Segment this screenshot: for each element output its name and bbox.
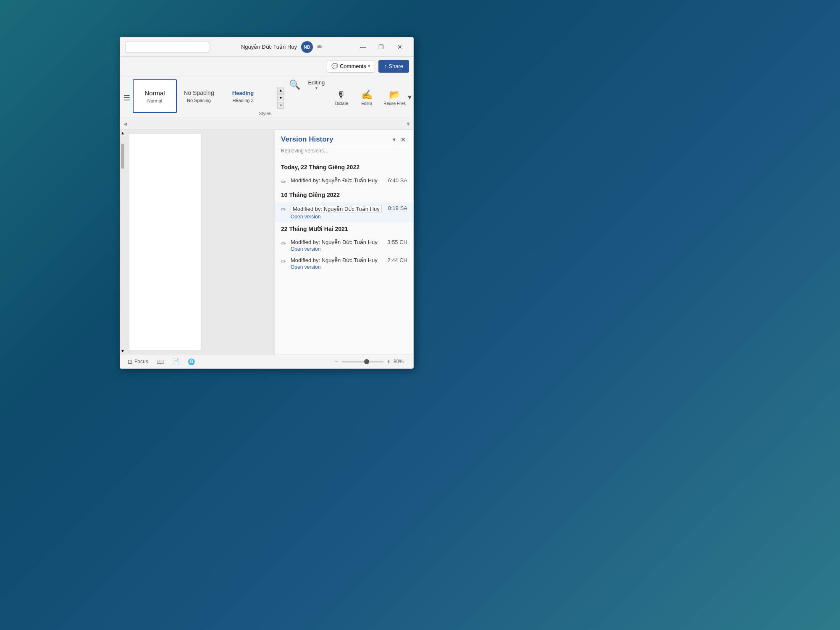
styles-left: ☰ <box>123 78 133 118</box>
version-header: Version History ▾ ✕ <box>275 130 413 146</box>
styles-section-label: Styles <box>259 111 271 116</box>
indent-icon[interactable]: ☰ <box>123 93 130 102</box>
dictate-label: Dictate <box>335 101 348 106</box>
version-modified-3: Modified by: Nguyễn Đức Tuấn Huy <box>291 239 378 245</box>
vertical-scrollbar[interactable]: ▲ ▼ <box>120 130 125 354</box>
version-time-3: 3:55 CH <box>387 239 407 245</box>
style-normal-preview: Normal <box>144 89 165 97</box>
doc-body: ▲ ▼ Version History ▾ ✕ Retrieving versi… <box>120 130 413 354</box>
version-loading-text: Retrieving versions... <box>275 146 413 157</box>
styles-expand[interactable]: ≡ <box>277 102 284 109</box>
close-button[interactable]: ✕ <box>391 41 408 53</box>
version-modified-2: Modified by: Nguyễn Đức Tuấn Huy <box>291 205 382 213</box>
version-entry-4: ✏ Modified by: Nguyễn Đức Tuấn Huy 2:44 … <box>275 255 413 273</box>
ruler-right-indicator[interactable]: ▾ <box>407 120 410 128</box>
version-edit-icon-3: ✏ <box>281 240 286 247</box>
editor-icon: ✍ <box>361 89 373 100</box>
print-layout-icon: 📄 <box>172 358 179 365</box>
status-bar: ⊡ Focus 📖 📄 🌐 − + 80% <box>120 354 413 368</box>
style-heading[interactable]: Heading Heading 3 <box>221 79 265 113</box>
version-entry-info-1: Modified by: Nguyễn Đức Tuấn Huy 6:40 SA <box>291 177 407 184</box>
version-date-3: 22 Tháng Mười Hai 2021 <box>281 226 407 232</box>
search-tool[interactable]: 🔍 <box>286 78 304 118</box>
version-time-2: 8:19 SA <box>388 205 407 211</box>
version-history-panel: Version History ▾ ✕ Retrieving versions.… <box>275 130 413 354</box>
style-normal[interactable]: Normal Normal <box>133 79 177 113</box>
version-history-title: Version History <box>281 135 333 144</box>
version-dropdown-button[interactable]: ▾ <box>393 136 396 143</box>
comments-button[interactable]: 💬 Comments ▾ <box>327 60 375 73</box>
version-close-button[interactable]: ✕ <box>398 135 407 144</box>
editing-label: Editing <box>308 79 325 86</box>
dictate-icon: 🎙 <box>337 89 346 100</box>
pen-icon[interactable]: ✏ <box>317 43 323 51</box>
share-icon: ↑ <box>384 63 387 69</box>
scroll-up-arrow[interactable]: ▲ <box>121 131 125 135</box>
style-no-spacing[interactable]: No Spacing No Spacing <box>177 79 221 113</box>
version-modified-1: Modified by: Nguyễn Đức Tuấn Huy <box>291 177 378 184</box>
style-no-spacing-label: No Spacing <box>187 98 211 103</box>
comments-label: Comments <box>340 63 366 69</box>
styles-scroll-buttons: ▲ ▼ ≡ <box>276 78 286 118</box>
version-entry-row-3: Modified by: Nguyễn Đức Tuấn Huy 3:55 CH <box>291 239 407 245</box>
version-header-buttons: ▾ ✕ <box>393 135 407 144</box>
version-list: Today, 22 Tháng Giêng 2022 ✏ Modified by… <box>275 157 413 354</box>
version-open-link-4[interactable]: Open version <box>291 264 407 270</box>
version-edit-icon-4: ✏ <box>281 258 286 265</box>
styles-scroll-down[interactable]: ▼ <box>277 94 284 101</box>
version-modified-4: Modified by: Nguyễn Đức Tuấn Huy <box>291 257 378 263</box>
version-entry-info-2: Modified by: Nguyễn Đức Tuấn Huy 8:19 SA… <box>291 205 407 220</box>
maximize-button[interactable]: ❐ <box>373 41 390 53</box>
version-entry-row-2: Modified by: Nguyễn Đức Tuấn Huy 8:19 SA <box>291 205 407 213</box>
editing-tool[interactable]: Editing ▾ <box>304 78 329 118</box>
ruler-bar: ◂ ▾ <box>120 118 413 130</box>
version-entry-row-1: Modified by: Nguyễn Đức Tuấn Huy 6:40 SA <box>291 177 407 184</box>
dictate-tool[interactable]: 🎙 Dictate <box>329 78 354 118</box>
user-avatar: ND <box>301 41 313 53</box>
user-name-label: Nguyễn Đức Tuấn Huy <box>241 44 297 50</box>
ribbon-expand-button[interactable]: ▾ <box>408 92 412 102</box>
version-open-link-2[interactable]: Open version <box>291 214 407 220</box>
scroll-down-arrow[interactable]: ▼ <box>121 349 125 353</box>
reuse-files-icon: 📂 <box>389 89 400 100</box>
style-no-spacing-preview: No Spacing <box>184 89 214 96</box>
focus-label: Focus <box>134 359 148 365</box>
styles-scroll-up[interactable]: ▲ <box>277 87 284 94</box>
title-bar-center: Nguyễn Đức Tuấn Huy ND ✏ <box>241 41 323 53</box>
scrollbar-thumb[interactable] <box>121 144 124 169</box>
editing-dropdown-icon: ▾ <box>315 86 318 90</box>
print-layout-button[interactable]: 📄 <box>170 357 182 366</box>
web-layout-button[interactable]: 🌐 <box>185 357 197 366</box>
title-bar-left <box>125 42 209 52</box>
editor-tool[interactable]: ✍ Editor <box>354 78 379 118</box>
ruler-left-indicator[interactable]: ◂ <box>123 120 127 128</box>
title-bar: Nguyễn Đức Tuấn Huy ND ✏ — ❐ ✕ <box>120 37 413 57</box>
minimize-button[interactable]: — <box>354 41 371 53</box>
reuse-files-tool[interactable]: 📂 Reuse Files <box>379 78 410 118</box>
read-mode-icon: 📖 <box>157 358 164 365</box>
comment-icon: 💬 <box>331 63 338 69</box>
focus-button[interactable]: ⊡ Focus <box>125 357 151 366</box>
ribbon-bar: 💬 Comments ▾ ↑ Share <box>120 57 413 76</box>
style-heading-label: Heading 3 <box>232 98 253 103</box>
zoom-minus-button[interactable]: − <box>333 358 340 365</box>
word-window: Nguyễn Đức Tuấn Huy ND ✏ — ❐ ✕ 💬 Comment… <box>120 37 414 369</box>
version-entry-2: ✏ Modified by: Nguyễn Đức Tuấn Huy 8:19 … <box>275 202 413 222</box>
zoom-plus-button[interactable]: + <box>385 358 392 365</box>
title-bar-right: — ❐ ✕ <box>354 41 408 53</box>
zoom-thumb <box>364 359 369 364</box>
document-page <box>129 134 201 350</box>
version-time-4: 2:44 CH <box>387 257 407 263</box>
style-heading-preview: Heading <box>232 90 254 96</box>
share-label: Share <box>388 63 403 69</box>
version-date-group-3: 22 Tháng Mười Hai 2021 <box>275 222 413 236</box>
version-entry-info-4: Modified by: Nguyễn Đức Tuấn Huy 2:44 CH… <box>291 257 407 270</box>
read-mode-button[interactable]: 📖 <box>154 357 166 366</box>
comments-dropdown-icon: ▾ <box>368 63 370 69</box>
focus-icon: ⊡ <box>128 358 133 365</box>
version-entry-info-3: Modified by: Nguyễn Đức Tuấn Huy 3:55 CH… <box>291 239 407 252</box>
version-open-link-3[interactable]: Open version <box>291 246 407 252</box>
share-button[interactable]: ↑ Share <box>378 60 409 73</box>
version-entry-row-4: Modified by: Nguyễn Đức Tuấn Huy 2:44 CH <box>291 257 407 263</box>
zoom-slider[interactable] <box>341 361 383 362</box>
